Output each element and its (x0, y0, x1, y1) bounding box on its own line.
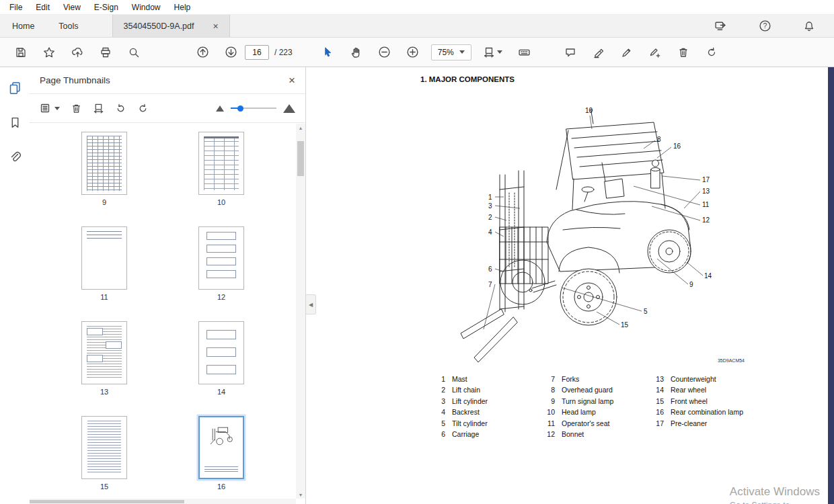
thumbnail-cell: 14 (198, 321, 244, 396)
delete-pages-button[interactable] (673, 42, 693, 62)
notifications-button[interactable] (799, 16, 819, 36)
legend-number: 13 (652, 374, 664, 384)
legend-row: 10Head lamp (543, 407, 652, 417)
share-screen-button[interactable] (710, 16, 730, 36)
paperclip-icon (9, 151, 22, 163)
page-up-button[interactable] (192, 42, 213, 62)
rotate-ccw-icon (115, 103, 126, 114)
select-cursor-icon (322, 46, 334, 58)
page-thumbnail-12[interactable] (198, 226, 244, 290)
favorites-star-button[interactable] (39, 42, 59, 62)
legend-number: 5 (434, 418, 445, 429)
zoom-level-dropdown[interactable]: 75% (431, 44, 471, 60)
menu-item-esign[interactable]: E-Sign (87, 3, 125, 12)
rotate-pages-button[interactable] (702, 42, 722, 62)
select-tool-button[interactable] (318, 42, 338, 62)
legend-number: 8 (543, 384, 555, 395)
highlight-button[interactable] (589, 42, 609, 62)
panel-horizontal-scrollbar[interactable] (30, 499, 296, 504)
scroll-down-icon[interactable]: ▼ (296, 491, 305, 499)
slider-knob[interactable] (237, 106, 243, 112)
delete-thumbnail-pages-button[interactable] (71, 103, 82, 114)
touch-mode-button[interactable] (515, 42, 535, 62)
thumbnail-page-number: 11 (100, 293, 108, 301)
callout-8: 8 (657, 136, 661, 143)
callout-13: 13 (702, 188, 710, 195)
close-tab-icon[interactable]: × (213, 22, 218, 31)
legend-label: Rear combination lamp (671, 407, 743, 417)
page-thumbnails-panel-button[interactable] (8, 81, 22, 97)
help-button[interactable]: ? (755, 16, 775, 36)
page-thumbnail-15[interactable] (81, 416, 127, 479)
request-signatures-button[interactable] (645, 42, 665, 62)
watermark-line1: Activate Windows (730, 485, 820, 499)
thumbnail-size-slider[interactable] (231, 103, 276, 113)
thumbnail-page-number: 14 (217, 388, 225, 396)
scroll-up-icon[interactable]: ▲ (296, 124, 305, 132)
comment-bubble-icon (564, 46, 576, 58)
legend-column-3: 13Counterweight14Rear wheel15Front wheel… (652, 374, 743, 439)
menu-item-view[interactable]: View (56, 3, 87, 12)
page-down-button[interactable] (221, 42, 241, 62)
page-thumbnail-16[interactable] (198, 416, 244, 479)
document-tab[interactable]: 35404550D-9A.pdf × (112, 15, 230, 37)
scrollbar-thumb[interactable] (297, 141, 304, 176)
document-scrollbar[interactable] (828, 67, 834, 504)
search-icon (128, 46, 140, 58)
thumbnail-figure (87, 355, 103, 362)
menu-item-help[interactable]: Help (167, 3, 198, 12)
save-file-button[interactable] (11, 42, 31, 62)
legend-label: Operator's seat (562, 418, 609, 429)
menu-item-edit[interactable]: Edit (29, 3, 56, 12)
insert-page-icon (93, 103, 104, 114)
panel-vertical-scrollbar[interactable]: ▲ ▼ (296, 124, 305, 499)
watermark-line2: Go to Settings to ... (730, 501, 820, 504)
find-button[interactable] (124, 42, 144, 62)
zoom-in-button[interactable] (403, 42, 423, 62)
print-button[interactable] (96, 42, 116, 62)
rotate-cw-button[interactable] (137, 103, 149, 114)
comment-button[interactable] (560, 42, 580, 62)
page-thumbnail-10[interactable] (198, 132, 244, 195)
rotate-ccw-button[interactable] (115, 103, 126, 114)
panel-collapse-handle[interactable]: ◀ (306, 294, 316, 314)
legend-number: 11 (543, 418, 555, 429)
small-thumbnail-icon (216, 106, 224, 112)
chevron-down-icon (54, 107, 60, 110)
thumbnail-page-number: 13 (100, 388, 108, 396)
callout-12: 12 (702, 217, 710, 224)
cloud-upload-button[interactable] (67, 42, 87, 62)
insert-pages-button[interactable] (93, 103, 104, 114)
legend-label: Front wheel (671, 396, 708, 407)
figure-code: 35D9ACM54 (718, 358, 745, 363)
fit-width-icon (483, 46, 495, 58)
thumbnail-figure (206, 365, 236, 374)
panel-close-icon[interactable]: × (289, 75, 295, 86)
legend-number: 4 (434, 407, 445, 417)
bookmarks-panel-button[interactable] (9, 116, 22, 132)
hand-tool-button[interactable] (346, 42, 367, 62)
menu-item-window[interactable]: Window (125, 3, 167, 12)
zoom-out-button[interactable] (375, 42, 395, 62)
scrollbar-thumb[interactable] (30, 500, 184, 503)
legend-row: 9Turn signal lamp (543, 396, 652, 407)
page-thumbnail-11[interactable] (81, 226, 127, 290)
page-thumbnail-14[interactable] (198, 321, 244, 384)
attachments-panel-button[interactable] (9, 151, 22, 166)
fill-sign-button[interactable] (617, 42, 637, 62)
page-thumbnail-9[interactable] (81, 132, 127, 195)
menu-item-file[interactable]: File (3, 3, 29, 12)
page-fit-dropdown[interactable] (480, 42, 506, 62)
legend-label: Bonnet (562, 429, 584, 439)
tab-home[interactable]: Home (0, 15, 46, 37)
thumbnail-figure (206, 330, 236, 339)
thumbnail-options-button[interactable] (40, 102, 60, 114)
page-thumbnail-13[interactable] (81, 321, 127, 384)
hand-icon (350, 46, 363, 58)
legend-row: 3Lift cylinder (434, 396, 543, 407)
tab-tools[interactable]: Tools (46, 15, 90, 37)
trash-icon (71, 103, 82, 114)
page-number-input[interactable] (245, 45, 269, 60)
callout-14: 14 (704, 273, 712, 280)
zoom-level-value: 75% (438, 48, 454, 57)
